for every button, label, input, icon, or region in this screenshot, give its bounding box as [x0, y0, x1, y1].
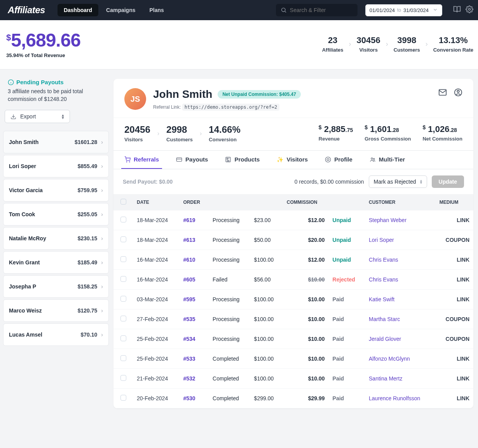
order-link[interactable]: #532 [183, 375, 195, 382]
order-link[interactable]: #533 [183, 356, 195, 362]
row-checkbox[interactable] [120, 296, 126, 302]
mark-dropdown[interactable]: Mark as Rejected ▴▾ [369, 175, 427, 188]
nav-plans[interactable]: Plans [143, 4, 170, 16]
tab-products[interactable]: Products [222, 151, 263, 169]
checkbox-all[interactable] [120, 199, 126, 205]
customer-link[interactable]: Katie Swift [369, 296, 394, 302]
tab-profile[interactable]: Profile [322, 151, 356, 169]
order-link[interactable]: #613 [183, 237, 195, 243]
order-link[interactable]: #619 [183, 217, 195, 223]
cell-customer: Chris Evans [365, 250, 436, 270]
row-checkbox[interactable] [120, 375, 126, 381]
search-input[interactable] [290, 7, 353, 13]
col-order: ORDER [180, 194, 209, 210]
customer-link[interactable]: Alfonzo McGlynn [369, 356, 410, 362]
affiliate-row[interactable]: Kevin Grant $185.49 › [3, 251, 109, 274]
customer-link[interactable]: Jerald Glover [369, 336, 401, 342]
svg-point-9 [457, 90, 459, 93]
col-check [113, 194, 133, 210]
table-row: 20-Feb-2024 #530 Completed $299.00 $29.9… [113, 389, 473, 408]
revenue-value: 5,689.66 [11, 30, 80, 51]
gear-icon[interactable] [466, 5, 473, 15]
ref-url[interactable]: https://demo.storeapps.org/?ref=2 [182, 104, 279, 111]
ref-label: Referral Link: [153, 104, 181, 110]
chevron-right-icon: › [101, 235, 103, 241]
affiliate-amount: $759.95 [78, 187, 98, 193]
nav-dashboard[interactable]: Dashboard [58, 4, 98, 16]
affiliate-row[interactable]: Lucas Amsel $70.10 › [3, 323, 109, 346]
cell-medium: COUPON [436, 329, 473, 349]
cell-comm-status: Unpaid [329, 230, 365, 250]
affiliate-row[interactable]: Tom Cook $255.05 › [3, 203, 109, 226]
affiliate-amount: $230.15 [78, 235, 98, 241]
customer-link[interactable]: Santina Mertz [369, 375, 402, 382]
table-row: 27-Feb-2024 #535 Processing $100.00 $10.… [113, 309, 473, 329]
customer-link[interactable]: Chris Evans [369, 276, 398, 283]
order-link[interactable]: #534 [183, 336, 195, 342]
order-link[interactable]: #610 [183, 257, 195, 263]
user-circle-icon[interactable] [454, 88, 462, 98]
row-checkbox[interactable] [120, 355, 126, 361]
affiliate-row[interactable]: Victor Garcia $759.95 › [3, 179, 109, 201]
customer-link[interactable]: Stephan Weber [369, 217, 406, 223]
tab-multi-tier[interactable]: Multi-Tier [366, 151, 408, 169]
affiliate-row[interactable]: Natalie McRoy $230.15 › [3, 227, 109, 250]
row-checkbox[interactable] [120, 395, 126, 401]
date-range-picker[interactable]: 01/01/2024 to 31/03/2024 [365, 4, 442, 16]
sidebar: Pending Payouts 3 affiliate needs to be … [0, 69, 112, 355]
export-button[interactable]: Export ▴▾ [5, 110, 70, 123]
cell-date: 16-Mar-2024 [133, 250, 180, 270]
chevron-right-icon: › [101, 283, 103, 290]
row-checkbox[interactable] [120, 276, 126, 282]
svg-point-21 [371, 158, 373, 159]
order-link[interactable]: #595 [183, 296, 195, 302]
cell-amount: $100.00 [250, 250, 283, 270]
customer-link[interactable]: Laurence Runolfsson [369, 395, 420, 401]
book-icon[interactable] [453, 5, 461, 15]
row-checkbox[interactable] [120, 316, 126, 321]
referrals-table: DATE ORDER COMMISSION CUSTOMER MEDIUM 18… [113, 194, 473, 408]
order-link[interactable]: #605 [183, 276, 195, 283]
order-link[interactable]: #535 [183, 316, 195, 322]
row-checkbox[interactable] [120, 236, 126, 242]
cell-comm-status: Paid [329, 309, 365, 329]
customer-link[interactable]: Martha Starc [369, 316, 400, 322]
customer-link[interactable]: Lori Soper [369, 237, 394, 243]
export-label: Export [20, 113, 36, 120]
row-checkbox[interactable] [120, 256, 126, 262]
send-payout-label[interactable]: Send Payout: $0.00 [123, 179, 173, 185]
cell-order: #534 [180, 329, 209, 349]
cell-order: #530 [180, 389, 209, 408]
cell-customer: Stephan Weber [365, 210, 436, 230]
mail-icon[interactable] [438, 88, 447, 98]
affiliate-row[interactable]: John Smith $1601.28 › [3, 131, 109, 153]
cell-order: #533 [180, 349, 209, 369]
svg-point-0 [281, 8, 285, 12]
tab-referrals[interactable]: Referrals [121, 151, 162, 169]
cell-comm-status: Paid [329, 349, 365, 369]
sidebar-title-text: Pending Payouts [16, 79, 64, 85]
update-button[interactable]: Update [432, 175, 464, 188]
tab-payouts[interactable]: Payouts [173, 151, 211, 169]
affiliate-row[interactable]: Lori Soper $855.49 › [3, 155, 109, 177]
nav-campaigns[interactable]: Campaigns [100, 4, 141, 16]
cell-order-status: Failed [209, 270, 250, 290]
kpi-bar: $ 5,689.66 35.94% of Total Revenue 23Aff… [0, 20, 478, 69]
cell-order: #610 [180, 250, 209, 270]
row-checkbox[interactable] [120, 217, 126, 222]
sidebar-title: Pending Payouts [3, 79, 109, 85]
search-box[interactable] [276, 4, 358, 16]
col-commission: COMMISSION [283, 194, 329, 210]
detail-header: JS John Smith Net Unpaid Commission: $40… [113, 79, 473, 118]
affiliate-row[interactable]: Marco Weisz $120.75 › [3, 299, 109, 322]
cell-commission: $12.00 [283, 250, 329, 270]
tab-visitors[interactable]: ✨Visitors [274, 151, 311, 169]
order-link[interactable]: #530 [183, 395, 195, 401]
cell-order: #595 [180, 290, 209, 309]
customer-link[interactable]: Chris Evans [369, 257, 398, 263]
cell-medium: LINK [436, 210, 473, 230]
row-checkbox[interactable] [120, 335, 126, 341]
affiliate-row[interactable]: Josepha P $158.25 › [3, 275, 109, 298]
affiliate-amount: $120.75 [78, 307, 98, 314]
money-gross-commission: $ 1,601.28Gross Commission [365, 124, 411, 142]
